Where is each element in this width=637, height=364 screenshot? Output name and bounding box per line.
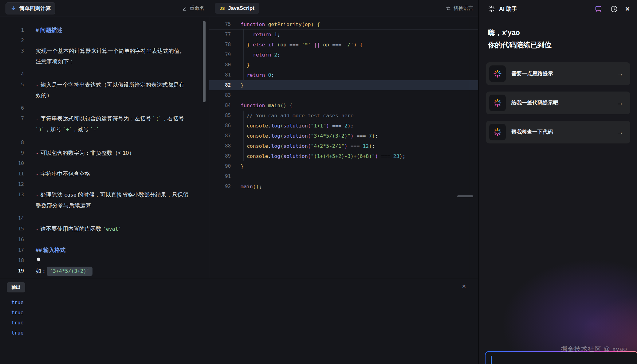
output-panel: 输出 × truetruetruetrue — [0, 278, 478, 364]
output-line: true — [0, 307, 478, 318]
md-line[interactable]: 13- 处理除法 case 的时候，可以直接省略小数部分结果，只保留整数部分参与… — [0, 190, 209, 211]
language-label: JavaScript — [228, 5, 254, 11]
close-assistant-button[interactable]: × — [625, 5, 630, 13]
code-line[interactable]: 92main(); — [209, 182, 478, 192]
code-line-content: function main() { — [231, 100, 478, 111]
code-line[interactable]: 78 } else if (op === '*' || op === '/') … — [209, 40, 478, 50]
editor-horizontal-scrollbar[interactable] — [457, 195, 473, 197]
md-line[interactable]: 7- 字符串表达式可以包含的运算符号为：左括号 `(`，右括号 `)`，加号 `… — [0, 113, 209, 135]
line-number: 79 — [209, 50, 231, 60]
md-line[interactable]: 9- 可以包含的数字为：非负整数（< 10） — [0, 148, 209, 158]
md-line[interactable]: 4 — [0, 69, 209, 80]
md-line[interactable]: 12 — [0, 179, 209, 190]
rename-button[interactable]: 重命名 — [182, 5, 204, 12]
md-line[interactable]: 5- 输入是一个字符串表达式（可以假设所给定的表达式都是有效的） — [0, 80, 209, 100]
arrow-right-icon: → — [617, 99, 623, 107]
md-line[interactable]: 17## 输入格式 — [0, 245, 209, 255]
suggestion-card-3[interactable]: 帮我检查一下代码→ — [486, 121, 630, 143]
starburst-icon-tile — [489, 65, 506, 82]
code-line[interactable]: 86 console.log(solution("1+1") === 2); — [209, 121, 478, 131]
md-line-content: 如：`3+4*5/(3+2)` — [24, 266, 209, 276]
line-number: 14 — [0, 213, 24, 224]
problem-title-pill[interactable]: 简单四则计算 — [6, 2, 55, 14]
new-chat-button[interactable] — [595, 5, 603, 13]
code-line[interactable]: 81 return 0; — [209, 70, 478, 80]
ai-title-wrap: AI 助手 — [488, 5, 517, 13]
top-bar-left: 简单四则计算 重命名 — [0, 0, 209, 17]
arrow-down-icon — [10, 5, 16, 11]
problem-markdown-editor[interactable]: 1# 问题描述23实现一个基本的计算器来计算一个简单的字符串表达式的值。注意事项… — [0, 17, 209, 278]
line-number: 77 — [209, 29, 231, 40]
md-line-content: - 字符串中不包含空格 — [24, 169, 209, 179]
md-line-content: 实现一个基本的计算器来计算一个简单的字符串表达式的值。注意事项如下： — [24, 46, 209, 67]
md-line[interactable]: 19如：`3+4*5/(3+2)` — [0, 266, 209, 276]
line-number: 78 — [209, 40, 231, 50]
code-line[interactable]: 79 return 2; — [209, 50, 478, 60]
code-line[interactable]: 89 console.log(solution("(1+(4+5+2)-3)+(… — [209, 151, 478, 161]
content-row: 1# 问题描述23实现一个基本的计算器来计算一个简单的字符串表达式的值。注意事项… — [0, 17, 478, 278]
line-number: 19 — [0, 266, 24, 276]
code-editor[interactable]: 75function getPriority(op) {77 return 1;… — [209, 17, 478, 278]
ai-assistant-panel: AI 助手 — [478, 0, 637, 364]
ai-greeting: 嗨，x'yao 你的代码陪练已到位 — [488, 26, 637, 51]
code-line[interactable]: 87 console.log(solution("3+4*5/(3+2)") =… — [209, 131, 478, 141]
suggestion-card-2[interactable]: 给我一些代码提示吧→ — [486, 92, 630, 114]
md-line[interactable]: 1# 问题描述 — [0, 25, 209, 35]
watermark: 掘金技术社区 @ xyao — [561, 345, 627, 353]
output-close-icon[interactable]: × — [462, 283, 466, 289]
arrow-right-icon: → — [617, 70, 623, 78]
md-line[interactable]: 2 — [0, 35, 209, 46]
code-line[interactable]: 82} — [209, 80, 478, 90]
md-line[interactable]: 16 — [0, 234, 209, 245]
md-line[interactable]: 18 — [0, 255, 209, 266]
code-line-content: main(); — [231, 182, 478, 192]
code-line-content: return 0; — [231, 70, 478, 80]
md-line[interactable]: 14 — [0, 213, 209, 224]
output-tab[interactable]: 输出 — [7, 282, 25, 292]
md-line[interactable]: 10 — [0, 158, 209, 169]
code-line[interactable]: 84function main() { — [209, 100, 478, 111]
code-line[interactable]: 85 // You can add more test cases here — [209, 111, 478, 121]
problem-title: 简单四则计算 — [19, 5, 51, 12]
line-number: 4 — [0, 69, 24, 80]
md-line[interactable]: 15- 请不要使用内置的库函数 `eval` — [0, 224, 209, 234]
history-button[interactable] — [610, 5, 618, 13]
markdown-scrollbar[interactable] — [203, 21, 206, 102]
code-line-content: console.log(solution("3+4*5/(3+2)") === … — [231, 131, 478, 141]
line-number: 6 — [0, 103, 24, 113]
code-line[interactable]: 88 console.log(solution("4+2*5-2/1") ===… — [209, 141, 478, 151]
md-line[interactable]: 3实现一个基本的计算器来计算一个简单的字符串表达式的值。注意事项如下： — [0, 46, 209, 67]
output-line: true — [0, 328, 478, 338]
suggestion-card-1[interactable]: 需要一点思路提示→ — [486, 62, 630, 85]
line-number: 17 — [0, 245, 24, 255]
line-number: 5 — [0, 80, 24, 100]
line-number: 11 — [0, 169, 24, 179]
code-line[interactable]: 77 return 1; — [209, 29, 478, 40]
md-line[interactable]: 11- 字符串中不包含空格 — [0, 169, 209, 179]
code-line[interactable]: 80 } — [209, 60, 478, 70]
output-line: true — [0, 297, 478, 307]
line-number: 10 — [0, 158, 24, 169]
code-line[interactable]: 91 — [209, 171, 478, 182]
editor-tab-bar: JS JavaScript 切换语言 — [209, 0, 478, 17]
md-line-content: - 字符串表达式可以包含的运算符号为：左括号 `(`，右括号 `)`，加号 `+… — [24, 113, 209, 135]
main-column: 简单四则计算 重命名 JS JavaScript — [0, 0, 478, 364]
md-line[interactable]: 6 — [0, 103, 209, 113]
editor-ruler — [470, 17, 470, 278]
md-line-content: ## 输入格式 — [24, 245, 209, 255]
starburst-icon-tile — [489, 124, 506, 140]
code-line-content: // You can add more test cases here — [231, 111, 478, 121]
line-number: 90 — [209, 161, 231, 171]
app-root: 简单四则计算 重命名 JS JavaScript — [0, 0, 637, 364]
md-line-content — [24, 255, 209, 266]
tab-javascript[interactable]: JS JavaScript — [215, 3, 259, 14]
code-line[interactable]: 83 — [209, 90, 478, 100]
code-line[interactable]: 75function getPriority(op) { — [209, 19, 478, 29]
md-line-content: - 请不要使用内置的库函数 `eval` — [24, 224, 209, 234]
switch-language-button[interactable]: 切换语言 — [446, 5, 473, 12]
line-number: 7 — [0, 113, 24, 135]
md-line[interactable]: 8 — [0, 137, 209, 148]
ai-actions: × — [595, 5, 630, 13]
line-number: 86 — [209, 121, 231, 131]
code-line[interactable]: 90} — [209, 161, 478, 171]
